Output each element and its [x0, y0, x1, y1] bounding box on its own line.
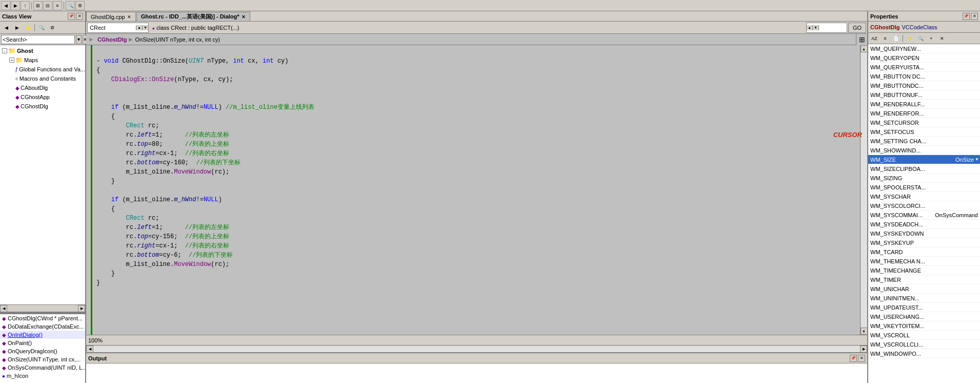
toolbar-settings-btn[interactable]: ⚙	[75, 1, 85, 10]
tree-item-cghostapp[interactable]: ◆ CGhostApp	[0, 92, 85, 102]
class-view-search-input[interactable]	[1, 35, 75, 44]
prop-item-WM_TCARD[interactable]: WM_TCARD	[868, 247, 980, 257]
prop-item-WM_SPOOLER[interactable]: WM_SPOOLERSTA...	[868, 183, 980, 192]
class-combo-2[interactable]: ▲ ▼	[806, 23, 847, 33]
cv-tb-btn-5[interactable]: ⚙	[47, 23, 57, 32]
expand-icon-ghost[interactable]: -	[2, 48, 7, 53]
prop-item-WM_SYSKEYUP[interactable]: WM_SYSKEYUP	[868, 238, 980, 247]
prop-item-WM_VSCROLLCLI[interactable]: WM_VSCROLLCLI...	[868, 340, 980, 349]
cv-tb-btn-4[interactable]: 🔍	[36, 23, 47, 32]
method-item-onpaint[interactable]: ◆ OnPaint()	[0, 339, 85, 347]
go-button[interactable]: GO	[848, 23, 866, 33]
prop-item-WM_SYSDEADCHAR[interactable]: WM_SYSDEADCH...	[868, 220, 980, 229]
panel-pin-btn[interactable]: 📌	[68, 13, 75, 20]
prop-item-WM_WINDOWPOS[interactable]: WM_WINDOWPO...	[868, 349, 980, 358]
tree-item-maps[interactable]: + 📁 Maps	[0, 55, 85, 65]
prop-item-WM_VSCROLL[interactable]: WM_VSCROLL	[868, 331, 980, 340]
class-combo-2-down[interactable]: ▼	[813, 25, 819, 30]
method-item-onsyscmd[interactable]: ◆ OnSysCommand(UINT nID, L...	[0, 363, 85, 372]
expand-code-btn[interactable]: ⊞	[856, 34, 867, 45]
prop-item-WM_UPDATEUISTATE[interactable]: WM_UPDATEUIST...	[868, 303, 980, 312]
tree-item-ghost[interactable]: - 📁 Ghost	[0, 46, 85, 55]
prop-pin-btn[interactable]: 📌	[963, 13, 970, 20]
method-item-onquerydragicon[interactable]: ◆ OnQueryDragIcon()	[0, 347, 85, 355]
prop-item-WM_SIZING[interactable]: WM_SIZING	[868, 174, 980, 183]
hscroll-right[interactable]: ▶	[78, 305, 85, 312]
class-combo-up[interactable]: ▲	[136, 25, 142, 30]
hscroll-left[interactable]: ◀	[0, 305, 7, 312]
editor-hscroll[interactable]: ◀ ▶	[86, 345, 867, 352]
prop-item-WM_TIMER[interactable]: WM_TIMER	[868, 275, 980, 284]
toolbar-search-btn[interactable]: 🔍	[66, 1, 75, 10]
prop-item-WM_SYSKEYDOWN[interactable]: WM_SYSKEYDOWN	[868, 229, 980, 238]
method-item-cghost-ctor[interactable]: ◆ CGhostDlg(CWnd * pParent...	[0, 314, 85, 322]
toolbar-btn-2[interactable]: ▶	[11, 1, 20, 10]
prop-item-WM_QUERYUISTATE[interactable]: WM_QUERYUISTA...	[868, 63, 980, 72]
prop-tb-add[interactable]: +	[926, 34, 936, 43]
toolbar-btn-6[interactable]: ≡	[53, 1, 62, 10]
cv-hscroll[interactable]: ◀ ▶	[0, 304, 85, 312]
prop-item-WM_RBUTTONDOWN[interactable]: WM_RBUTTONDC...	[868, 81, 980, 90]
prop-item-WM_SETFOCUS[interactable]: WM_SETFOCUS	[868, 127, 980, 137]
prop-item-WM_SETCURSOR[interactable]: WM_SETCURSOR	[868, 118, 980, 127]
method-item-onsize[interactable]: ◆ OnSize(UINT nType, int cx,...	[0, 355, 85, 363]
vscroll-up[interactable]: ▲	[861, 45, 868, 52]
class-combo-2-up[interactable]: ▲	[807, 25, 813, 30]
prop-item-WM_RENDERFORMAT[interactable]: WM_RENDERFOR...	[868, 109, 980, 118]
prop-item-WM_RENDERALL[interactable]: WM_RENDERALLF...	[868, 100, 980, 109]
method-item-oninitdialog[interactable]: ◆ OnInitDialog()	[0, 331, 85, 339]
prop-item-WM_SHOWWINDOW[interactable]: WM_SHOWWIND...	[868, 146, 980, 155]
tab-ghostdlg-cpp[interactable]: GhostDlg.cpp ✕	[86, 12, 136, 21]
toolbar-btn-5[interactable]: ⊟	[43, 1, 52, 10]
prop-item-WM_UNICHAR[interactable]: WM_UNICHAR	[868, 284, 980, 294]
toolbar-btn-4[interactable]: ⊞	[33, 1, 43, 10]
prop-value-arrow-WM_SIZE[interactable]: ▼	[975, 157, 980, 162]
prop-tb-cat[interactable]: ≡	[880, 34, 890, 43]
prop-item-WM_SIZE[interactable]: WM_SIZE OnSize ▼	[868, 155, 980, 164]
prop-item-WM_SIZECLIPBOARD[interactable]: WM_SIZECLIPBOA...	[868, 164, 980, 174]
tree-item-macros[interactable]: ≡ Macros and Constants	[0, 74, 85, 83]
hscroll-right-ed[interactable]: ▶	[860, 346, 867, 353]
toolbar-btn-1[interactable]: ◀	[1, 1, 10, 10]
breadcrumb-class-item[interactable]: CGhostDlg	[95, 36, 129, 43]
prop-item-WM_RBUTTONDBLCLK[interactable]: WM_RBUTTON DC...	[868, 72, 980, 81]
search-go-btn[interactable]: ▼	[76, 35, 82, 44]
prop-item-WM_QUERYNEW[interactable]: WM_QUERYNEW...	[868, 44, 980, 53]
prop-item-WM_VKEYTOITEM[interactable]: WM_VKEYTOITEM...	[868, 321, 980, 331]
prop-tb-del[interactable]: ✕	[937, 34, 947, 43]
cv-tb-btn-3[interactable]: ⭐	[23, 23, 33, 32]
tree-item-cghostdlg[interactable]: ◆ CGhostDlg	[0, 102, 85, 111]
vscroll-down[interactable]: ▼	[861, 328, 868, 335]
prop-item-WM_SETTINGCHANGE[interactable]: WM_SETTING CHA...	[868, 137, 980, 146]
prop-item-WM_UNINITMEN[interactable]: WM_UNINITMEN...	[868, 294, 980, 303]
prop-tb-page[interactable]: 📄	[891, 34, 901, 43]
method-combo-display[interactable]: OnSize(UINT nType, int cx, int cy)	[133, 36, 856, 43]
code-content[interactable]: - void CGhostDlg::OnSize(UINT nType, int…	[92, 45, 860, 335]
hscroll-left-ed[interactable]: ◀	[86, 346, 93, 353]
method-item-dodataexchange[interactable]: ◆ DoDataExchange(CDataExc...	[0, 322, 85, 331]
prop-item-WM_THEMECHANGED[interactable]: WM_THEMECHA N...	[868, 257, 980, 266]
prop-item-WM_SYSCHAR[interactable]: WM_SYSCHAR	[868, 192, 980, 201]
prop-tb-sort[interactable]: AZ	[869, 34, 879, 43]
prop-item-WM_SYSCOLOR[interactable]: WM_SYSCOLORCI...	[868, 201, 980, 210]
method-item-mhicon[interactable]: ● m_hIcon	[0, 372, 85, 380]
class-combo-down[interactable]: ▼	[142, 25, 148, 30]
output-pin-btn[interactable]: 📌	[850, 355, 857, 362]
tab-ghost-rc[interactable]: Ghost.rc - IDD_...英语(美国)] - Dialog* ✕	[136, 12, 250, 21]
class-combo-box[interactable]: CRect ▲ ▼	[87, 23, 149, 33]
editor-vscroll[interactable]: ▲ ▼	[860, 45, 867, 335]
cv-tb-btn-2[interactable]: ▶	[12, 23, 22, 32]
panel-close-btn[interactable]: ✕	[76, 13, 83, 20]
tab-ghost-rc-close[interactable]: ✕	[242, 14, 246, 20]
prop-item-WM_TIMECHANGE[interactable]: WM_TIMECHANGE	[868, 266, 980, 275]
prop-item-WM_RBUTTONUP[interactable]: WM_RBUTTONUF...	[868, 90, 980, 100]
cv-tb-btn-1[interactable]: ◀	[1, 23, 11, 32]
tree-item-globals[interactable]: ƒ Global Functions and Va...	[0, 65, 85, 74]
prop-item-WM_USERCHANGED[interactable]: WM_USERCHANG...	[868, 312, 980, 321]
tab-ghostdlg-cpp-close[interactable]: ✕	[127, 14, 131, 20]
prop-tb-events[interactable]: ⚡	[905, 34, 915, 43]
expand-icon-maps[interactable]: +	[9, 58, 14, 63]
output-close-btn[interactable]: ✕	[858, 355, 865, 362]
tree-item-cabout[interactable]: ◆ CAboutDlg	[0, 83, 85, 92]
prop-item-WM_QUERYOPEN[interactable]: WM_QUERYOPEN	[868, 53, 980, 63]
